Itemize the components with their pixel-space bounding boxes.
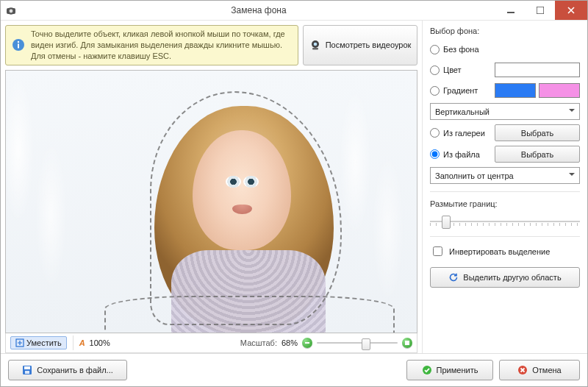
label-no-bg: Без фона: [443, 45, 479, 54]
select-other-label: Выделить другую область: [463, 273, 561, 282]
zoom-slider[interactable]: [317, 338, 398, 348]
select-other-area-button[interactable]: Выделить другую область: [430, 267, 580, 288]
zoom-slider-thumb[interactable]: [362, 338, 370, 350]
save-to-file-button[interactable]: Сохранить в файл...: [8, 360, 127, 380]
fit-label: Уместить: [26, 338, 62, 347]
gradient-type-value: Вертикальный: [435, 107, 490, 116]
blur-slider[interactable]: [430, 214, 580, 229]
gradient-swatch-2[interactable]: [539, 83, 580, 98]
fit-screen-icon: [15, 338, 24, 347]
floppy-icon: [22, 365, 32, 375]
image-canvas[interactable]: [5, 70, 417, 333]
option-file[interactable]: Из файла Выбрать: [430, 146, 580, 163]
hint-row: Точно выделите объект, кликая левой кноп…: [5, 25, 417, 65]
fill-mode-select[interactable]: Заполнить от центра: [430, 167, 580, 184]
webcam-icon: [309, 39, 321, 51]
radio-gallery[interactable]: [430, 128, 440, 138]
check-circle-icon: [422, 365, 432, 375]
zoom-in-button[interactable]: [402, 338, 412, 348]
save-label: Сохранить в файл...: [37, 366, 113, 374]
auto-icon: A: [79, 338, 85, 347]
hint-text: Точно выделите объект, кликая левой кноп…: [31, 29, 292, 62]
auto-zoom-value: 100%: [90, 338, 110, 347]
scale-value: 68%: [282, 338, 298, 347]
svg-rect-6: [18, 44, 19, 49]
svg-point-2: [10, 10, 13, 13]
divider: [73, 335, 74, 350]
apply-button[interactable]: Применить: [406, 360, 493, 380]
choose-gallery-button[interactable]: Выбрать: [495, 124, 580, 141]
choose-file-button[interactable]: Выбрать: [495, 146, 580, 163]
label-gradient: Градиент: [443, 86, 478, 95]
blur-slider-thumb[interactable]: [442, 216, 451, 229]
camera-icon: [5, 4, 17, 16]
radio-gradient[interactable]: [430, 86, 440, 96]
invert-label: Инвертировать выделение: [449, 247, 550, 256]
cancel-button[interactable]: Отмена: [499, 360, 580, 380]
color-swatch[interactable]: [495, 63, 580, 77]
svg-point-7: [18, 41, 19, 43]
apply-label: Применить: [437, 366, 478, 374]
svg-rect-4: [537, 7, 544, 14]
option-no-bg[interactable]: Без фона: [430, 41, 580, 57]
cancel-circle-icon: [517, 365, 528, 375]
body: Точно выделите объект, кликая левой кноп…: [1, 21, 587, 353]
scale-label: Масштаб:: [240, 338, 277, 347]
label-color: Цвет: [443, 65, 462, 74]
svg-rect-3: [507, 12, 514, 13]
invert-checkbox[interactable]: [433, 246, 442, 256]
radio-color[interactable]: [430, 65, 440, 75]
footer: Сохранить в файл... Применить Отмена: [1, 353, 587, 386]
fill-mode-value: Заполнить от центра: [435, 171, 514, 180]
window-title: Замена фона: [21, 5, 496, 15]
radio-no-bg[interactable]: [430, 45, 440, 54]
maximize-button[interactable]: [526, 1, 555, 20]
minimize-button[interactable]: [496, 1, 526, 20]
invert-selection-row[interactable]: Инвертировать выделение: [430, 244, 580, 258]
gradient-type-select[interactable]: Вертикальный: [430, 103, 580, 120]
selection-outline[interactable]: [104, 296, 395, 333]
label-file: Из файла: [443, 150, 480, 159]
gradient-swatch-1[interactable]: [495, 83, 536, 98]
option-color[interactable]: Цвет: [430, 62, 580, 78]
app-window: Замена фона Точно выделите объект, клика…: [0, 0, 588, 387]
watch-video-button[interactable]: Посмотреть видеоурок: [303, 25, 417, 65]
window-controls: [496, 1, 587, 20]
left-pane: Точно выделите объект, кликая левой кноп…: [1, 21, 422, 353]
blur-label: Размытие границ:: [430, 199, 580, 208]
refresh-icon: [448, 272, 459, 283]
cancel-label: Отмена: [532, 366, 561, 374]
divider: [430, 191, 580, 192]
svg-point-9: [313, 43, 317, 46]
background-panel: Выбор фона: Без фона Цвет Градиент Верти…: [422, 21, 587, 353]
hint-box: Точно выделите объект, кликая левой кноп…: [5, 25, 298, 65]
panel-title: Выбор фона:: [430, 26, 580, 35]
watch-video-label: Посмотреть видеоурок: [326, 40, 412, 49]
radio-file[interactable]: [430, 149, 440, 159]
canvas-toolbar: Уместить A 100% Масштаб: 68%: [5, 333, 417, 353]
info-icon: [12, 38, 25, 52]
svg-rect-14: [25, 371, 29, 374]
svg-rect-10: [312, 48, 318, 50]
divider: [430, 236, 580, 237]
close-button[interactable]: [555, 1, 587, 20]
titlebar: Замена фона: [1, 1, 587, 21]
label-gallery: Из галереи: [443, 129, 485, 138]
scale-controls: Масштаб: 68%: [240, 338, 412, 348]
option-gallery[interactable]: Из галереи Выбрать: [430, 124, 580, 141]
zoom-out-button[interactable]: [302, 338, 312, 348]
svg-rect-13: [24, 366, 30, 369]
fit-to-screen-button[interactable]: Уместить: [10, 336, 67, 349]
option-gradient[interactable]: Градиент: [430, 82, 580, 99]
